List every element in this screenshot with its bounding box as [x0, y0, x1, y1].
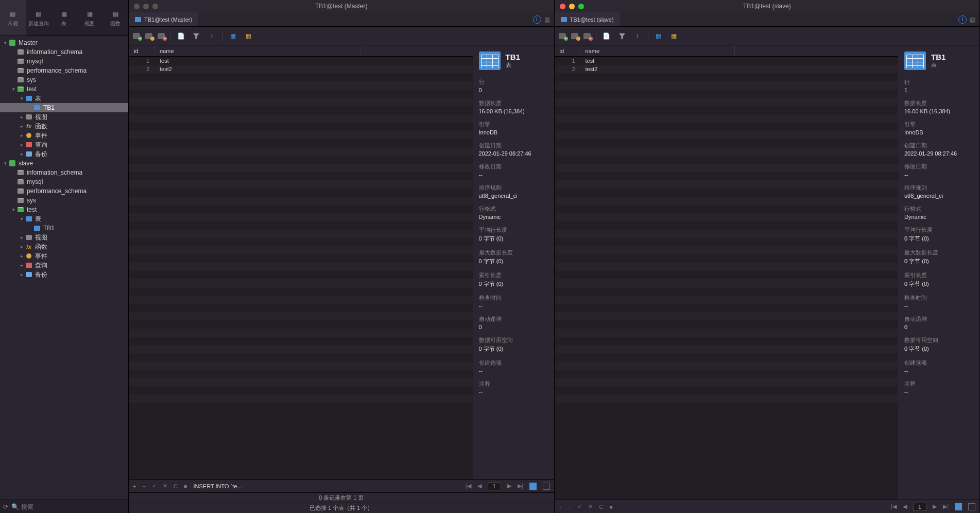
table-row[interactable]: 1test: [129, 57, 473, 65]
first-page-button[interactable]: |◀: [466, 483, 471, 489]
expand-arrow-icon[interactable]: ▾: [19, 216, 25, 221]
expand-arrow-icon[interactable]: ▾: [10, 207, 16, 212]
column-header-id[interactable]: id: [129, 45, 154, 56]
toolbar-query[interactable]: ▦新建查询: [26, 0, 51, 36]
page-input[interactable]: [488, 482, 501, 490]
last-page-button[interactable]: ▶|: [943, 503, 949, 510]
database-performance_schema[interactable]: performance_schema: [0, 186, 128, 196]
tree-functions[interactable]: ▸fx函数: [0, 122, 128, 131]
refresh-button[interactable]: C: [174, 483, 178, 489]
export-button[interactable]: 📄: [176, 31, 186, 41]
stop-button[interactable]: ■: [609, 504, 613, 510]
traffic-lights[interactable]: [134, 4, 158, 9]
table-TB1[interactable]: TB1: [0, 224, 128, 233]
expand-arrow-icon[interactable]: ▾: [2, 40, 8, 45]
info-icon[interactable]: i: [533, 15, 541, 24]
export2-button[interactable]: ▦: [243, 31, 253, 41]
tree-events[interactable]: ▸事件: [0, 131, 128, 140]
connection-slave[interactable]: ▾slave: [0, 159, 128, 168]
tree-events[interactable]: ▸事件: [0, 251, 128, 261]
grid-view-button[interactable]: [529, 483, 537, 490]
tree-views[interactable]: ▸视图: [0, 233, 128, 242]
save-button[interactable]: [571, 33, 578, 39]
form-view-button[interactable]: [968, 503, 975, 510]
tab-active[interactable]: TB1@test (Master): [129, 12, 198, 26]
cell-name[interactable]: test: [154, 57, 360, 65]
tree-queries[interactable]: ▸查询: [0, 140, 128, 149]
delete-row-button[interactable]: −: [158, 33, 165, 39]
import-button[interactable]: ▦: [228, 31, 238, 41]
tree-views[interactable]: ▸视图: [0, 112, 128, 122]
connection-Master[interactable]: ▾Master: [0, 38, 128, 47]
database-test[interactable]: ▾test: [0, 84, 128, 94]
first-page-button[interactable]: |◀: [891, 503, 897, 510]
toolbar-view[interactable]: ▦视图: [77, 0, 102, 36]
sync-icon[interactable]: ⟳: [3, 503, 8, 510]
columns-icon[interactable]: ▦: [970, 16, 975, 23]
export2-button[interactable]: ▦: [669, 31, 679, 41]
filter-button[interactable]: [617, 31, 627, 41]
column-header-name[interactable]: name: [580, 45, 735, 56]
traffic-lights[interactable]: [560, 4, 584, 9]
database-sys[interactable]: sys: [0, 75, 128, 84]
expand-arrow-icon[interactable]: ▸: [19, 235, 25, 240]
tree-functions[interactable]: ▸fx函数: [0, 242, 128, 251]
export-button[interactable]: 📄: [601, 31, 612, 41]
info-icon[interactable]: i: [958, 15, 967, 24]
search-input[interactable]: [21, 503, 125, 510]
column-header-id[interactable]: id: [555, 45, 580, 56]
table-row[interactable]: 2test2: [555, 65, 899, 73]
cancel-button[interactable]: ✕: [163, 483, 167, 489]
database-sys[interactable]: sys: [0, 196, 128, 205]
toolbar-table[interactable]: ▦表: [51, 0, 77, 36]
prev-page-button[interactable]: ◀: [477, 483, 482, 489]
last-page-button[interactable]: ▶|: [518, 483, 523, 489]
sort-button[interactable]: ↕: [632, 31, 643, 41]
tree-tables[interactable]: ▾表: [0, 94, 128, 103]
delete-record-button[interactable]: −: [568, 504, 571, 510]
form-view-button[interactable]: [543, 483, 550, 490]
grid-view-button[interactable]: [955, 503, 962, 510]
expand-arrow-icon[interactable]: ▸: [19, 263, 25, 268]
grid-body[interactable]: 1test2test2: [555, 57, 899, 500]
database-information_schema[interactable]: information_schema: [0, 168, 128, 177]
save-button[interactable]: [145, 33, 152, 39]
expand-arrow-icon[interactable]: ▸: [19, 244, 25, 249]
toolbar-gear[interactable]: ▦常规: [0, 0, 26, 36]
new-row-button[interactable]: +: [133, 33, 140, 39]
add-record-button[interactable]: +: [133, 483, 136, 489]
apply-button[interactable]: ✓: [577, 503, 582, 510]
database-performance_schema[interactable]: performance_schema: [0, 66, 128, 75]
expand-arrow-icon[interactable]: ▸: [19, 272, 25, 277]
tree-backups[interactable]: ▸备份: [0, 149, 128, 159]
database-mysql[interactable]: mysql: [0, 177, 128, 186]
columns-icon[interactable]: ▦: [544, 16, 550, 23]
tree-tables[interactable]: ▾表: [0, 214, 128, 224]
expand-arrow-icon[interactable]: ▸: [19, 133, 25, 138]
delete-row-button[interactable]: −: [583, 33, 591, 39]
sort-button[interactable]: ↕: [207, 31, 217, 41]
filter-button[interactable]: [191, 31, 201, 41]
expand-arrow-icon[interactable]: ▾: [10, 87, 16, 92]
table-TB1[interactable]: TB1: [0, 103, 128, 112]
apply-button[interactable]: ✓: [152, 483, 157, 489]
cancel-button[interactable]: ✕: [588, 503, 593, 510]
expand-arrow-icon[interactable]: ▾: [2, 161, 8, 166]
refresh-button[interactable]: C: [599, 504, 603, 510]
import-button[interactable]: ▦: [654, 31, 664, 41]
page-input[interactable]: [913, 503, 926, 511]
column-header-name[interactable]: name: [154, 45, 360, 56]
tree-backups[interactable]: ▸备份: [0, 270, 128, 279]
delete-record-button[interactable]: −: [142, 483, 145, 489]
database-mysql[interactable]: mysql: [0, 57, 128, 66]
tab-active[interactable]: TB1@test (slave): [555, 12, 620, 26]
table-row[interactable]: 1test: [555, 57, 899, 65]
prev-page-button[interactable]: ◀: [903, 503, 907, 510]
stop-button[interactable]: ■: [184, 483, 187, 489]
expand-arrow-icon[interactable]: ▾: [19, 96, 25, 101]
tree-queries[interactable]: ▸查询: [0, 261, 128, 270]
expand-arrow-icon[interactable]: ▸: [19, 151, 25, 157]
expand-arrow-icon[interactable]: ▸: [19, 124, 25, 129]
expand-arrow-icon[interactable]: ▸: [19, 253, 25, 259]
expand-arrow-icon[interactable]: ▸: [19, 142, 25, 147]
